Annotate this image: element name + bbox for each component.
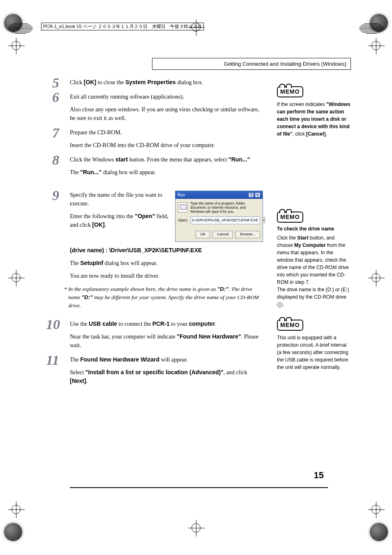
memo-icon: MEMO [277, 86, 303, 97]
step-number: 9 [52, 185, 59, 206]
step-number: 7 [52, 122, 59, 143]
step-9-p4: You are now ready to install the driver. [70, 272, 263, 280]
run-dialog-titlebar: Run ? × [175, 191, 263, 199]
crop-mark-icon [12, 273, 21, 282]
memo-icon: MEMO [277, 320, 303, 331]
help-button[interactable]: ? [248, 192, 254, 198]
main-column: 5 Click [OK] to close the System Propert… [53, 78, 263, 391]
memo-1: MEMO If the screen indicates "Windows ca… [277, 86, 351, 138]
corner-ornament-icon [4, 523, 22, 541]
step-number: 10 [46, 314, 60, 335]
memo-3-text: This unit is equipped with a protection … [277, 334, 351, 371]
footer-rule [70, 487, 328, 488]
memo-2-text-2: The drive name is the (D:) or (E:) displ… [277, 286, 351, 308]
crop-mark-icon [12, 505, 21, 514]
step-9: 9 Run ? × Type the name of a program, fo [53, 191, 263, 314]
step-11-p2: Select "Install from a list or specific … [70, 368, 263, 385]
open-label: Open: [178, 218, 188, 223]
open-input[interactable]: D:\DRIVER\USB_XP2K\SETUPINF.EXE [191, 216, 260, 225]
step-6: 6 Exit all currently running software (a… [53, 92, 263, 122]
hatched-ornament-icon [359, 23, 384, 34]
run-dialog: Run ? × Type the name of a program, fold… [175, 191, 263, 242]
run-icon [178, 203, 188, 212]
step-number: 8 [52, 150, 59, 170]
running-head: PCR-1_e1.book 15 ページ ２００３年１１月２０日 木曜日 午後３… [41, 23, 204, 30]
step-number: 6 [52, 87, 59, 108]
step-11: 11 The Found New Hardware Wizard will ap… [53, 355, 263, 385]
run-dialog-description: Type the name of a program, folder, docu… [190, 201, 260, 214]
cdrom-icon [277, 302, 283, 308]
ok-button[interactable]: OK [196, 231, 210, 238]
step-10: 10 Use the USB cable to connect the PCR-… [53, 320, 263, 350]
step-9-p3: The SetupInf dialog box will appear. [70, 259, 263, 267]
memo-3: MEMO This unit is equipped with a protec… [277, 320, 351, 371]
step-8-p1: Click the Windows start button. From the… [70, 155, 263, 164]
browse-button[interactable]: Browse... [235, 231, 260, 238]
page-number: 15 [314, 470, 324, 481]
step-6-p2: Also close any open windows. If you are … [70, 105, 263, 122]
memo-2-subtitle: To check the drive name [277, 225, 351, 233]
memo-icon: MEMO [277, 212, 303, 223]
crop-mark-icon [371, 41, 380, 50]
step-7: 7 Prepare the CD-ROM. Insert the CD-ROM … [53, 128, 263, 150]
corner-ornament-icon [370, 523, 388, 541]
step-8-p2: The "Run..." dialog box will appear. [70, 168, 263, 177]
memo-2-text: Click the Start button, and choose My Co… [277, 234, 351, 286]
crop-mark-icon [371, 505, 380, 514]
run-dialog-title: Run [178, 192, 185, 198]
dropdown-arrow-icon[interactable]: v [263, 217, 265, 223]
crop-mark-icon [12, 41, 21, 50]
hatched-ornament-icon [8, 23, 33, 34]
cancel-button[interactable]: Cancel [212, 231, 233, 238]
step-7-p2: Insert the CD-ROM into the CD-ROM drive … [70, 141, 263, 150]
step-5-text: Click [OK] to close the System Propertie… [70, 78, 263, 87]
step-10-p2: Near the task bar, your computer will in… [70, 332, 263, 350]
close-button[interactable]: × [255, 192, 261, 198]
step-7-p1: Prepare the CD-ROM. [70, 128, 263, 137]
section-title: Getting Connected and Installing Drivers… [152, 58, 351, 70]
step-8: 8 Click the Windows start button. From t… [53, 155, 263, 177]
step-9-note: * In the explanatory example shown here,… [64, 285, 263, 310]
crop-mark-icon [371, 273, 380, 282]
step-9-path: (drive name) : \Driver\USB_XP2K\SETUPINF… [70, 246, 263, 255]
step-number: 11 [46, 350, 59, 371]
sidebar: MEMO If the screen indicates "Windows ca… [277, 78, 351, 382]
memo-1-text: If the screen indicates "Windows can per… [277, 101, 351, 138]
memo-2: MEMO To check the drive name Click the S… [277, 212, 351, 308]
step-6-p1: Exit all currently running software (app… [70, 92, 263, 101]
step-11-p1: The Found New Hardware Wizard will appea… [70, 355, 263, 364]
step-10-p1: Use the USB cable to connect the PCR-1 t… [70, 320, 263, 328]
step-5: 5 Click [OK] to close the System Propert… [53, 78, 263, 87]
